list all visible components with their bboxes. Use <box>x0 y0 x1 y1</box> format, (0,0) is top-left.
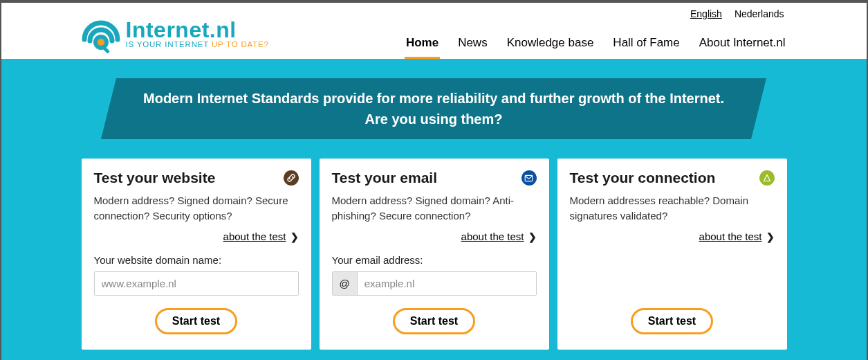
connection-icon <box>759 170 775 186</box>
website-input-wrap <box>94 271 299 296</box>
card-title-website: Test your website <box>94 170 216 186</box>
card-desc-website: Modern address? Signed domain? Secure co… <box>94 193 299 224</box>
lang-english[interactable]: English <box>690 8 722 19</box>
logo-subtitle: IS YOUR INTERNET UP TO DATE? <box>126 41 269 49</box>
nav-news[interactable]: News <box>456 32 489 59</box>
nav-knowledge-base[interactable]: Knowledge base <box>506 32 595 59</box>
tagline-line2: Are you using them? <box>365 111 503 127</box>
card-test-email: Test your email Modern address? Signed d… <box>320 159 549 350</box>
card-title-connection: Test your connection <box>570 170 716 186</box>
chevron-right-icon: ❯ <box>290 231 299 242</box>
email-input-label: Your email address: <box>332 254 537 266</box>
lang-dutch[interactable]: Nederlands <box>735 8 784 19</box>
card-test-connection: Test your connection Modern addresses re… <box>557 159 787 350</box>
site-logo[interactable]: Internet.nl IS YOUR INTERNET UP TO DATE? <box>82 15 269 59</box>
card-title-email: Test your email <box>332 170 438 186</box>
about-test-connection[interactable]: about the test <box>699 231 762 242</box>
nav-hall-of-fame[interactable]: Hall of Fame <box>611 32 681 59</box>
nav-about[interactable]: About Internet.nl <box>698 32 787 59</box>
card-desc-connection: Modern addresses reachable? Domain signa… <box>570 193 775 224</box>
tagline-line1: Modern Internet Standards provide for mo… <box>143 91 724 106</box>
logo-icon <box>82 15 120 53</box>
svg-point-1 <box>98 39 104 46</box>
website-domain-input[interactable] <box>95 272 298 295</box>
mail-icon <box>521 170 537 186</box>
chevron-right-icon: ❯ <box>766 231 775 242</box>
nav-home[interactable]: Home <box>405 32 440 59</box>
card-test-website: Test your website Modern address? Signed… <box>82 159 311 350</box>
email-at-prefix: @ <box>333 272 358 295</box>
website-input-label: Your website domain name: <box>94 254 299 266</box>
start-test-website-button[interactable]: Start test <box>155 308 237 334</box>
site-header: Internet.nl IS YOUR INTERNET UP TO DATE?… <box>1 3 867 59</box>
hero-tagline: Modern Internet Standards provide for mo… <box>101 78 766 139</box>
link-icon <box>284 170 299 186</box>
start-test-email-button[interactable]: Start test <box>393 308 475 334</box>
start-test-connection-button[interactable]: Start test <box>631 308 713 334</box>
about-test-website[interactable]: about the test <box>223 231 286 242</box>
email-domain-input[interactable] <box>358 272 536 295</box>
email-input-wrap: @ <box>332 271 537 296</box>
card-desc-email: Modern address? Signed domain? Anti-phis… <box>332 193 537 224</box>
language-switcher: English Nederlands <box>690 8 787 19</box>
logo-title: Internet.nl <box>126 19 269 41</box>
about-test-email[interactable]: about the test <box>461 231 524 242</box>
chevron-right-icon: ❯ <box>528 231 537 242</box>
hero-section: Modern Internet Standards provide for mo… <box>1 59 867 360</box>
main-nav: Home News Knowledge base Hall of Fame Ab… <box>405 32 787 59</box>
